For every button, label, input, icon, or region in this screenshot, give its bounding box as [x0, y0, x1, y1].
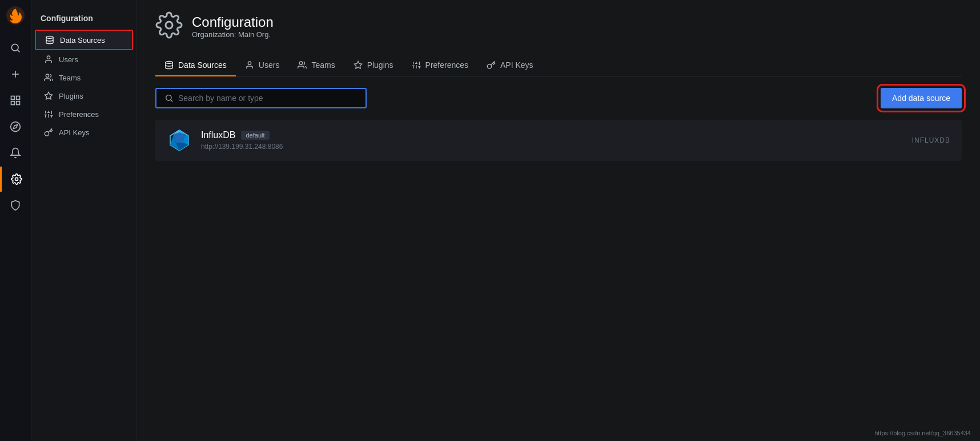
- datasource-item[interactable]: InfluxDB default http://139.199.31.248:8…: [155, 120, 962, 161]
- sidebar-item-preferences[interactable]: Preferences: [35, 105, 133, 123]
- svg-rect-5: [11, 96, 15, 100]
- team-icon: [44, 73, 53, 82]
- search-input[interactable]: [178, 94, 358, 103]
- sliders-icon: [44, 110, 53, 119]
- plugin-tab-icon: [354, 60, 363, 70]
- svg-marker-10: [13, 124, 17, 128]
- svg-point-25: [166, 22, 172, 29]
- tab-plugins[interactable]: Plugins: [344, 55, 403, 76]
- svg-point-12: [46, 36, 53, 38]
- page-header-text: Configuration Organization: Main Org.: [192, 14, 274, 39]
- sidebar-item-plugins[interactable]: Plugins: [35, 87, 133, 105]
- sidebar-item-label: Teams: [59, 74, 81, 82]
- svg-line-40: [171, 100, 172, 102]
- plugin-icon: [44, 91, 53, 100]
- tab-label: Users: [259, 60, 280, 70]
- svg-rect-6: [17, 96, 20, 100]
- tab-preferences[interactable]: Preferences: [403, 55, 477, 76]
- svg-point-26: [166, 61, 172, 63]
- team-tab-icon: [298, 60, 307, 70]
- nav-configuration[interactable]: [0, 167, 31, 192]
- tab-label: Preferences: [425, 60, 468, 70]
- svg-line-2: [18, 50, 20, 52]
- datasource-name-row: InfluxDB default: [201, 130, 903, 140]
- main-content: Configuration Organization: Main Org. Da…: [137, 0, 980, 441]
- sidebar-item-label: API Keys: [59, 128, 89, 137]
- tab-label: Plugins: [367, 60, 393, 70]
- page-header: Configuration Organization: Main Org.: [155, 11, 962, 41]
- tab-api-keys[interactable]: API Keys: [477, 55, 543, 76]
- influxdb-icon: [167, 128, 192, 153]
- tab-users[interactable]: Users: [236, 55, 289, 76]
- svg-point-11: [15, 178, 18, 181]
- tab-label: API Keys: [500, 60, 533, 70]
- svg-rect-7: [11, 102, 15, 105]
- nav-alerting[interactable]: [0, 140, 31, 165]
- datasource-list: InfluxDB default http://139.199.31.248:8…: [155, 120, 962, 161]
- key-tab-icon: [487, 60, 496, 70]
- nav-bar: [0, 0, 31, 441]
- datasource-info: InfluxDB default http://139.199.31.248:8…: [201, 130, 903, 151]
- key-icon: [44, 128, 53, 137]
- footer-url: https://blog.csdn.net/qq_36635434: [874, 430, 971, 436]
- svg-point-39: [166, 95, 171, 100]
- svg-point-1: [11, 44, 18, 51]
- app-logo[interactable]: [5, 5, 26, 26]
- user-icon: [44, 55, 53, 64]
- svg-point-9: [11, 122, 21, 132]
- page-title: Configuration: [192, 14, 274, 30]
- config-icon: [155, 11, 183, 41]
- nav-explore[interactable]: [0, 114, 31, 139]
- add-data-source-button[interactable]: Add data source: [881, 88, 962, 108]
- database-tab-icon: [164, 60, 174, 70]
- svg-marker-29: [354, 61, 362, 68]
- datasource-url: http://139.199.31.248:8086: [201, 143, 903, 151]
- tab-label: Data Sources: [178, 60, 227, 70]
- datasource-name: InfluxDB: [201, 130, 235, 140]
- database-icon: [45, 35, 54, 44]
- nav-dashboards[interactable]: [0, 88, 31, 113]
- svg-point-14: [46, 74, 49, 77]
- datasource-badge: default: [241, 131, 269, 140]
- sidebar-item-users[interactable]: Users: [35, 50, 133, 68]
- tabs-bar: Data Sources Users Teams Plugins: [155, 55, 962, 76]
- sidebar-item-label: Data Sources: [60, 36, 105, 44]
- tab-data-sources[interactable]: Data Sources: [155, 55, 236, 76]
- nav-search[interactable]: [0, 35, 31, 60]
- sidebar-item-label: Users: [59, 55, 78, 64]
- page-subtitle: Organization: Main Org.: [192, 30, 274, 39]
- datasource-type: INFLUXDB: [912, 136, 950, 144]
- sidebar-title: Configuration: [31, 9, 136, 30]
- sidebar-item-label: Preferences: [59, 110, 99, 119]
- toolbar: Add data source: [155, 88, 962, 108]
- search-icon: [164, 94, 174, 103]
- user-tab-icon: [245, 60, 254, 70]
- svg-marker-15: [45, 92, 52, 99]
- tab-label: Teams: [311, 60, 335, 70]
- tab-teams[interactable]: Teams: [288, 55, 344, 76]
- sidebar-item-api-keys[interactable]: API Keys: [35, 123, 133, 141]
- search-box[interactable]: [155, 88, 367, 108]
- sliders-tab-icon: [412, 60, 421, 70]
- svg-point-27: [248, 62, 251, 64]
- nav-shield[interactable]: [0, 193, 31, 218]
- svg-point-28: [300, 62, 303, 64]
- svg-point-13: [47, 56, 50, 59]
- sidebar-panel: Configuration Data Sources Users Teams P…: [31, 0, 137, 441]
- svg-rect-8: [17, 102, 20, 105]
- sidebar-item-data-sources[interactable]: Data Sources: [35, 30, 133, 50]
- sidebar-item-label: Plugins: [59, 92, 83, 100]
- sidebar-item-teams[interactable]: Teams: [35, 68, 133, 87]
- nav-create[interactable]: [0, 62, 31, 87]
